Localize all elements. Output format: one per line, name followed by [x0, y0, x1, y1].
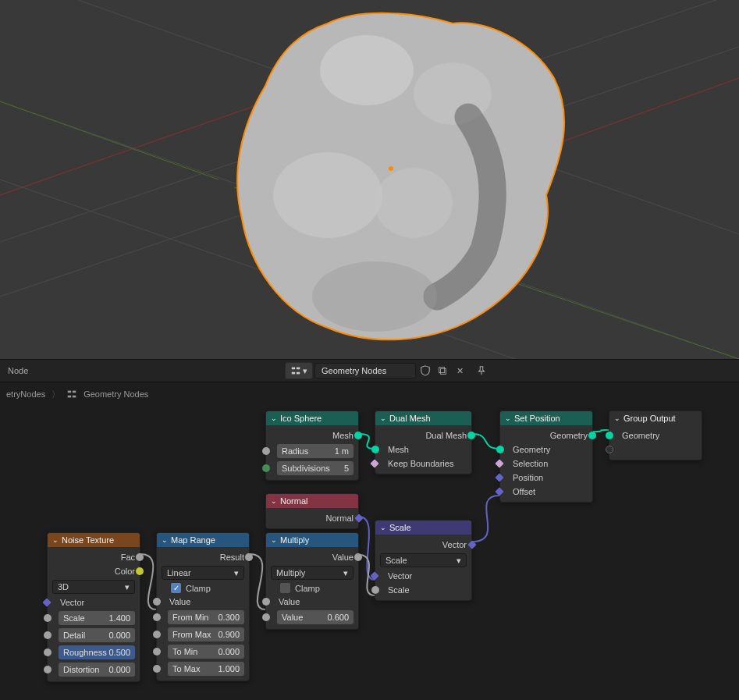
node-editor-header: Node ▾ ✕ — [0, 359, 739, 382]
node-multiply[interactable]: ⌄Multiply Value Multiply▾ Clamp Value Va… — [265, 532, 359, 630]
svg-rect-19 — [440, 368, 446, 374]
svg-line-8 — [0, 101, 219, 179]
socket-in-offset: Offset — [500, 485, 592, 499]
node-header[interactable]: ⌄Dual Mesh — [375, 411, 471, 425]
node-scale[interactable]: ⌄Scale Vector Scale▾ Vector Scale — [375, 520, 472, 601]
socket-out-color: Color — [48, 564, 140, 578]
svg-rect-15 — [297, 368, 300, 370]
socket-in-value: Value — [266, 595, 358, 609]
field-detail[interactable]: Detail0.000 — [48, 627, 140, 644]
node-tree-type-icon[interactable]: ▾ — [285, 362, 313, 379]
svg-rect-18 — [439, 368, 445, 373]
origin-dot — [389, 166, 393, 171]
socket-in-geometry: Geometry — [609, 428, 702, 442]
node-set-position[interactable]: ⌄Set Position Geometry Geometry Selectio… — [499, 410, 593, 503]
node-editor-canvas[interactable]: ⌄Ico Sphere Mesh Radius1 m Subdivisions5… — [0, 406, 739, 700]
socket-out-geometry: Geometry — [500, 428, 592, 442]
socket-in-selection: Selection — [500, 457, 592, 471]
node-tree-icon — [66, 389, 77, 400]
close-icon[interactable]: ✕ — [452, 363, 467, 378]
node-header[interactable]: ⌄Multiply — [266, 533, 358, 547]
socket-in-geometry: Geometry — [500, 442, 592, 457]
socket-out-dual-mesh: Dual Mesh — [375, 428, 471, 442]
field-from-max[interactable]: From Max0.900 — [157, 626, 249, 643]
svg-rect-20 — [68, 391, 71, 393]
checkbox-clamp[interactable]: Clamp — [157, 581, 249, 595]
svg-point-9 — [320, 35, 414, 105]
field-to-min[interactable]: To Min0.000 — [157, 643, 249, 660]
copies-icon[interactable] — [435, 363, 450, 378]
field-radius[interactable]: Radius1 m — [266, 442, 358, 460]
node-header[interactable]: ⌄Ico Sphere — [266, 411, 358, 425]
node-map-range[interactable]: ⌄Map Range Result Linear▾ Clamp Value Fr… — [156, 532, 250, 681]
field-roughness[interactable]: Roughness0.500 — [48, 644, 140, 661]
shield-icon[interactable] — [417, 363, 433, 378]
node-header[interactable]: ⌄Noise Texture — [48, 533, 140, 547]
node-header[interactable]: ⌄Map Range — [157, 533, 249, 547]
breadcrumb-level2[interactable]: Geometry Nodes — [83, 389, 148, 399]
field-value[interactable]: Value0.600 — [266, 609, 358, 626]
node-header[interactable]: ⌄Normal — [266, 494, 358, 508]
svg-rect-21 — [73, 391, 76, 393]
socket-out-normal: Normal — [266, 511, 358, 525]
chevron-right-icon: 〉 — [52, 389, 60, 400]
mesh-object[interactable] — [237, 13, 564, 339]
svg-rect-14 — [292, 368, 295, 370]
socket-in-scale: Scale — [375, 583, 471, 597]
breadcrumb-level1[interactable]: etryNodes — [6, 389, 45, 399]
field-subdivisions[interactable]: Subdivisions5 — [266, 460, 358, 477]
socket-in-keep-boundaries: Keep Boundaries — [375, 457, 471, 471]
field-distortion[interactable]: Distortion0.000 — [48, 661, 140, 678]
node-header[interactable]: ⌄Set Position — [500, 411, 592, 425]
field-from-min[interactable]: From Min0.300 — [157, 609, 249, 626]
socket-out-value: Value — [266, 550, 358, 564]
socket-out-fac: Fac — [48, 550, 140, 564]
svg-point-12 — [375, 168, 453, 238]
select-mode[interactable]: Scale▾ — [375, 552, 471, 569]
select-mode[interactable]: Multiply▾ — [266, 564, 358, 581]
node-normal[interactable]: ⌄Normal Normal — [265, 493, 359, 529]
node-group-output[interactable]: ⌄Group Output Geometry — [609, 410, 702, 460]
svg-point-13 — [312, 261, 437, 332]
svg-point-11 — [273, 152, 382, 238]
socket-in-vector: Vector — [48, 595, 140, 609]
socket-in-vector: Vector — [375, 569, 471, 583]
svg-rect-23 — [73, 396, 76, 398]
socket-in-mesh: Mesh — [375, 442, 471, 457]
socket-in-empty — [609, 442, 702, 457]
node-dual-mesh[interactable]: ⌄Dual Mesh Dual Mesh Mesh Keep Boundarie… — [375, 410, 472, 474]
node-ico-sphere[interactable]: ⌄Ico Sphere Mesh Radius1 m Subdivisions5 — [265, 410, 359, 481]
svg-rect-17 — [297, 372, 300, 375]
node-noise-texture[interactable]: ⌄Noise Texture Fac Color 3D▾ Vector Scal… — [47, 532, 140, 682]
node-tree-name-input[interactable] — [314, 363, 416, 378]
socket-out-vector: Vector — [375, 538, 471, 552]
viewport-3d[interactable] — [0, 0, 739, 359]
checkbox-clamp[interactable]: Clamp — [266, 581, 358, 595]
svg-rect-22 — [68, 396, 71, 398]
node-header[interactable]: ⌄Group Output — [609, 411, 702, 425]
socket-in-value: Value — [157, 595, 249, 609]
socket-in-position: Position — [500, 471, 592, 485]
select-dimensions[interactable]: 3D▾ — [48, 578, 140, 595]
field-scale[interactable]: Scale1.400 — [48, 609, 140, 627]
breadcrumb: etryNodes 〉 Geometry Nodes — [0, 382, 739, 406]
socket-out-mesh: Mesh — [266, 428, 358, 442]
select-mode[interactable]: Linear▾ — [157, 564, 249, 581]
field-to-max[interactable]: To Max1.000 — [157, 660, 249, 677]
header-label: Node — [8, 366, 28, 375]
socket-out-result: Result — [157, 550, 249, 564]
svg-rect-16 — [292, 372, 295, 375]
pin-icon[interactable] — [474, 363, 489, 378]
node-header[interactable]: ⌄Scale — [375, 521, 471, 535]
